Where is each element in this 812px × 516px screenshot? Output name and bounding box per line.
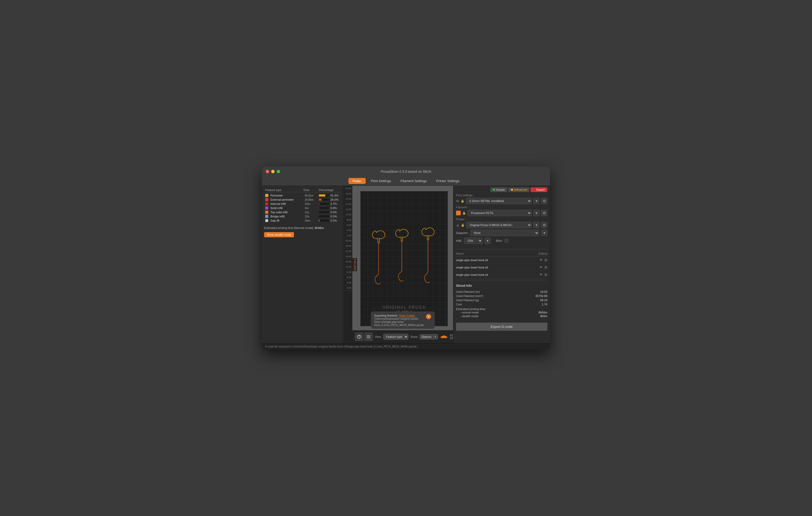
eye-icon-3[interactable]: 👁 [540,273,543,277]
edit-icon-3[interactable]: ⊞ [545,273,547,277]
edit-icons-2: 👁 ⊞ [526,265,547,269]
maximize-button[interactable] [277,170,280,173]
status-bar: G-code file exported to /Users/vk/Downlo… [262,343,550,350]
solid-infill-label: Solid infill [270,207,303,210]
ruler-mark: 14.00 [343,202,352,207]
expert-label: Expert [536,188,545,191]
stealth-mode-button[interactable]: Show stealth mode [264,232,294,237]
eye-icon-1[interactable]: 👁 [540,258,543,262]
cost-label: Cost [456,303,462,306]
tab-filament-settings[interactable]: Filament Settings [396,178,431,184]
ruler-mark: 8.00 [343,270,352,275]
supports-dropdown-btn[interactable]: ▾ [541,230,547,236]
layers-icon[interactable] [365,333,373,341]
perimeter-bar [319,194,325,196]
print-settings-select[interactable]: 0.10mm DETAIL (modified) [466,198,532,204]
infill-select[interactable]: 15% [464,238,483,244]
slider-values: 629674 628393 [450,334,453,340]
sliced-title: Sliced Info [456,284,547,287]
printer-select[interactable]: Original Prusa i3 MK3S & MK3S+ [466,222,532,228]
feature-table-header: Feature type Time Percentage [264,188,341,192]
filament-dropdown-btn[interactable]: ▾ [533,210,540,216]
ruler-mark: 16.00 [343,196,352,202]
close-button[interactable] [266,170,269,173]
edit-icons-3: 👁 ⊞ [526,273,547,277]
filament-gear-btn[interactable]: ⚙ [541,210,547,216]
ruler-mark: 2.00 [343,233,352,238]
brim-checkbox[interactable] [505,239,509,243]
int-infill-pct: 3.7% [330,202,338,205]
bridge-swatch [265,215,268,218]
show-label: Show [410,335,418,338]
estimated-time: Estimated printing time [Normal mode]: 8… [262,225,343,231]
top-solid-pct: 0.0% [330,211,338,214]
cube-icon[interactable] [355,333,363,341]
printer-row: 🖨 🔒 Original Prusa i3 MK3S & MK3S+ ▾ ⚙ [456,222,547,228]
object-row: single pipe towel hook.stl 👁 ⊞ [456,256,547,264]
minimize-button[interactable] [271,170,274,173]
gap-label: Gap fill [270,219,303,222]
tab-printer-settings[interactable]: Printer Settings [432,178,464,184]
eye-icon-2[interactable]: 👁 [540,265,543,269]
advanced-mode-button[interactable]: Advanced [509,187,529,192]
expert-mode-button[interactable]: Expert [531,187,547,192]
export-close-button[interactable]: ✕ [426,314,431,319]
filament-row: 🔒 Prusament PETG ▾ ⚙ [456,210,547,216]
supports-select[interactable]: None [470,230,539,236]
solid-infill-pct: 0.8% [330,207,338,210]
used-filament-mm-value: 45750.69 [535,294,547,298]
infill-dropdown-btn[interactable]: ▾ [485,238,491,244]
left-panel: Feature type Time Percentage Perimeter 5… [262,186,343,343]
edit-icons-1: 👁 ⊞ [526,258,547,262]
printer-gear-btn[interactable]: ⚙ [541,222,547,228]
used-filament-g-label: Used Filament (g) [456,299,479,302]
export-gcode-button[interactable]: Export G-code [456,323,547,331]
tab-plater[interactable]: Plater [348,178,366,184]
int-infill-bar [319,203,319,205]
slider-thumb-right[interactable] [443,335,445,338]
normal-mode-value: 8h56m [539,311,547,314]
tab-print-settings[interactable]: Print Settings [367,178,395,184]
export-path: /Users/vk/Downloads/ srieginis karolis E… [374,317,424,327]
bottom-toolbar: View Feature type Show Options [352,330,453,343]
object-name-2: single pipe towel hook.stl [456,266,526,269]
mode-buttons: Simple Advanced Expert [454,186,550,194]
main-window: PrusaSlicer-2.3.0 based on Slic3r Plater… [262,166,550,350]
menubar: Plater Print Settings Filament Settings … [262,176,550,186]
viewport-wrapper: 20.00 18.00 16.00 14.00 12.00 10.00 8.00… [343,186,453,343]
grid-background: ORIGINAL PRUSA i3 MK3 by Josef Prusa [360,191,448,326]
ruler-mark: 20.00 [343,186,352,191]
feature-row: External perimeter 2h30m 28.0% [264,198,341,202]
feature-row: Top solid infill 12s 0.0% [264,210,341,214]
simple-mode-button[interactable]: Simple [490,187,508,192]
bridge-pct-wrap: 0.0% [319,215,340,218]
edit-icon-2[interactable]: ⊞ [545,265,547,269]
ruler-mark: 20.00 [343,238,352,243]
supports-row: Supports: None ▾ [456,230,547,236]
printer-dropdown-btn[interactable]: ▾ [533,222,540,228]
viewport-area[interactable]: 9.60 (493) [352,186,453,343]
filament-select[interactable]: Prusament PETG [467,210,532,216]
print-gear-btn[interactable]: ⚙ [541,198,547,204]
ruler-mark: 4.00 [343,227,352,233]
sliced-info: Sliced Info Used Filament (m) 19.02 Used… [454,282,550,320]
ruler-mark: 6.00 [343,275,352,280]
right-panel: Simple Advanced Expert Print settings : … [453,186,550,343]
feature-row: Perimeter 5h31m 61.8% [264,193,341,198]
open-folder-link[interactable]: Open Folder. [399,314,415,317]
slider-right-arrow: ▶ [445,335,448,339]
svg-rect-5 [367,338,370,338]
used-filament-m-label: Used Filament (m) [456,290,480,293]
ruler-mark: 8.00 [343,217,352,222]
printer-settings-label: Printer : [456,218,547,221]
bridge-time: 10s [305,215,318,218]
svg-rect-4 [367,336,370,337]
print-dropdown-btn[interactable]: ▾ [533,198,540,204]
show-select[interactable]: Options [419,334,438,339]
print-times: Estimated printing time: - normal mode 8… [456,307,547,318]
view-select[interactable]: Feature type [383,334,408,340]
edit-icon-1[interactable]: ⊞ [545,258,547,262]
ruler-mark: 2.00 [343,285,352,291]
used-filament-m-value: 19.02 [540,290,547,293]
ext-perimeter-bar-container [319,199,329,201]
